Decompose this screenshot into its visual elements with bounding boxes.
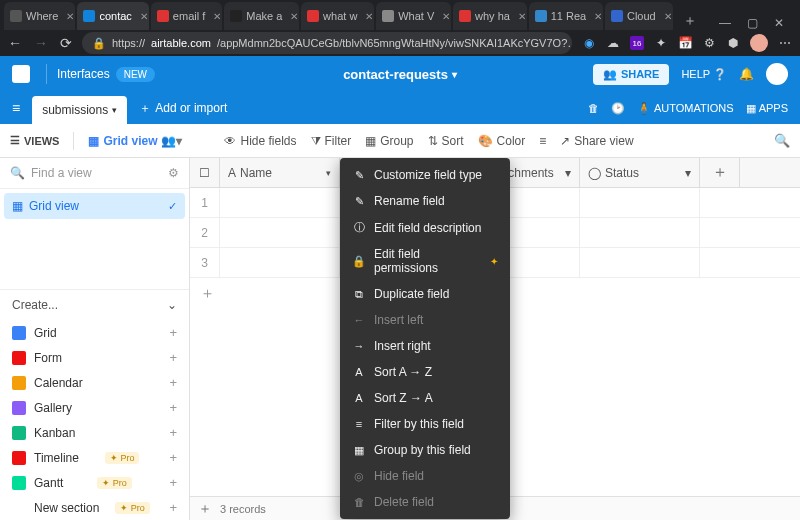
gridview-button[interactable]: ▦Grid view 👥▾	[88, 134, 182, 148]
browser-tab[interactable]: Where✕	[4, 2, 75, 30]
sidebar-create-form[interactable]: Form+	[0, 345, 189, 370]
apps-button[interactable]: ▦APPS	[746, 102, 788, 115]
ctx-duplicate-field[interactable]: ⧉Duplicate field	[340, 281, 510, 307]
sidebar-create-calendar[interactable]: Calendar+	[0, 370, 189, 395]
share-button[interactable]: 👥SHARE	[593, 64, 670, 85]
trash-icon[interactable]: 🗑	[588, 102, 599, 114]
sort-button[interactable]: ⇅Sort	[428, 134, 464, 148]
sidebar-create-timeline[interactable]: Timeline✦ Pro+	[0, 445, 189, 470]
sidebar-create-gallery[interactable]: Gallery+	[0, 395, 189, 420]
chevron-down-icon: ▾	[326, 168, 331, 178]
sidebar-create-grid[interactable]: Grid+	[0, 320, 189, 345]
ctx-sort-z-a[interactable]: ASort Z → A	[340, 385, 510, 411]
row-height-button[interactable]: ≡	[539, 134, 546, 148]
browser-tab[interactable]: why ha✕	[453, 2, 527, 30]
column-status[interactable]: ◯Status▾	[580, 158, 700, 187]
browser-tab[interactable]: contac✕	[77, 2, 148, 30]
avatar-icon[interactable]	[750, 34, 768, 52]
cell[interactable]	[580, 218, 700, 247]
sidebar-create-gantt[interactable]: Gantt✦ Pro+	[0, 470, 189, 495]
automations-button[interactable]: 🧍AUTOMATIONS	[637, 102, 734, 115]
table-tab-submissions[interactable]: submissions ▾	[32, 96, 127, 124]
add-row-button[interactable]: ＋	[190, 500, 220, 518]
close-icon[interactable]: ✕	[290, 11, 298, 22]
ext-icon[interactable]: 16	[630, 36, 644, 50]
close-icon[interactable]: ✕	[594, 11, 602, 22]
filter-button[interactable]: ⧩Filter	[311, 134, 352, 148]
more-icon[interactable]: ⋯	[778, 36, 792, 50]
maximize-icon[interactable]: ▢	[747, 16, 758, 30]
browser-tab[interactable]: email f✕	[151, 2, 222, 30]
browser-tab[interactable]: Make a✕	[224, 2, 299, 30]
group-icon: ▦	[365, 134, 376, 148]
help-link[interactable]: HELP ❔	[681, 68, 727, 81]
color-button[interactable]: 🎨Color	[478, 134, 526, 148]
ext-icon[interactable]: ⚙	[702, 36, 716, 50]
sidebar-new-section[interactable]: New section ✦ Pro +	[0, 495, 189, 520]
ctx-group-by-this-field[interactable]: ▦Group by this field	[340, 437, 510, 463]
create-section[interactable]: Create... ⌄	[0, 289, 189, 320]
search-icon[interactable]: 🔍	[774, 133, 790, 148]
airtable-logo-icon[interactable]	[12, 65, 30, 83]
close-icon[interactable]: ✕	[442, 11, 450, 22]
close-icon[interactable]: ✕	[140, 11, 148, 22]
cell[interactable]	[580, 248, 700, 277]
lock-icon: 🔒	[92, 37, 106, 50]
history-icon[interactable]: 🕑	[611, 102, 625, 115]
close-icon[interactable]: ✕	[365, 11, 373, 22]
sidebar-view-grid[interactable]: ▦ Grid view ✓	[4, 193, 185, 219]
help-icon: ❔	[713, 68, 727, 80]
url-input[interactable]: 🔒 https://airtable.com/appMdmn2bcQAUCeGb…	[82, 32, 572, 54]
share-icon: ↗	[560, 134, 570, 148]
add-import-button[interactable]: ＋Add or import	[139, 100, 227, 117]
ext-icon[interactable]: ⬢	[726, 36, 740, 50]
ext-icon[interactable]: ☁	[606, 36, 620, 50]
reload-icon[interactable]: ⟳	[60, 35, 72, 51]
close-icon[interactable]: ✕	[774, 16, 784, 30]
menu-item-icon: ←	[352, 314, 366, 326]
browser-tab[interactable]: 11 Rea✕	[529, 2, 603, 30]
ctx-sort-a-z[interactable]: ASort A → Z	[340, 359, 510, 385]
ext-icon[interactable]: 📅	[678, 36, 692, 50]
close-icon[interactable]: ✕	[66, 11, 74, 22]
forward-icon[interactable]: →	[34, 35, 48, 51]
browser-tab[interactable]: What V✕	[376, 2, 451, 30]
ext-icon[interactable]: ✦	[654, 36, 668, 50]
views-toggle[interactable]: ☰VIEWS	[10, 134, 59, 147]
browser-tab[interactable]: Cloud✕	[605, 2, 673, 30]
ctx-customize-field-type[interactable]: ✎Customize field type	[340, 162, 510, 188]
tab-strip: Where✕contac✕email f✕Make a✕what w✕What …	[0, 0, 800, 30]
add-column-button[interactable]: ＋	[700, 158, 740, 187]
base-title[interactable]: contact-requests▾	[343, 67, 457, 82]
find-view-input[interactable]: 🔍 Find a view ⚙	[0, 158, 189, 189]
share-view-button[interactable]: ↗Share view	[560, 134, 633, 148]
ctx-edit-field-permissions[interactable]: 🔒Edit field permissions✦	[340, 241, 510, 281]
menu-icon[interactable]: ≡	[12, 100, 20, 116]
user-avatar[interactable]	[766, 63, 788, 85]
cell[interactable]	[220, 248, 340, 277]
ctx-rename-field[interactable]: ✎Rename field	[340, 188, 510, 214]
browser-tab[interactable]: what w✕	[301, 2, 374, 30]
column-name[interactable]: AName▾	[220, 158, 340, 187]
interfaces-link[interactable]: Interfaces NEW	[57, 67, 155, 82]
ctx-insert-right[interactable]: →Insert right	[340, 333, 510, 359]
group-button[interactable]: ▦Group	[365, 134, 413, 148]
select-all-checkbox[interactable]: ☐	[190, 158, 220, 187]
back-icon[interactable]: ←	[8, 35, 22, 51]
cell[interactable]	[220, 218, 340, 247]
cell[interactable]	[220, 188, 340, 217]
close-icon[interactable]: ✕	[664, 11, 672, 22]
cell[interactable]	[580, 188, 700, 217]
new-tab-button[interactable]: ＋	[675, 12, 705, 30]
sidebar-create-kanban[interactable]: Kanban+	[0, 420, 189, 445]
close-icon[interactable]: ✕	[518, 11, 526, 22]
close-icon[interactable]: ✕	[213, 11, 221, 22]
ctx-filter-by-this-field[interactable]: ≡Filter by this field	[340, 411, 510, 437]
ctx-edit-field-description[interactable]: ⓘEdit field description	[340, 214, 510, 241]
ext-icon[interactable]: ◉	[582, 36, 596, 50]
hide-fields-button[interactable]: 👁Hide fields	[224, 134, 296, 148]
bell-icon[interactable]: 🔔	[739, 67, 754, 81]
settings-icon[interactable]: ⚙	[168, 166, 179, 180]
minimize-icon[interactable]: —	[719, 16, 731, 30]
menu-item-icon: ✎	[352, 169, 366, 182]
